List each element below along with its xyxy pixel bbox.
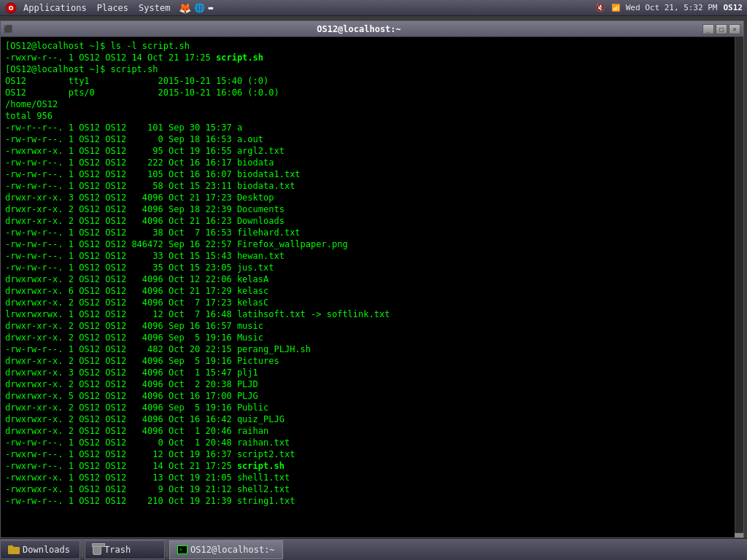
os-label: OS12 (724, 3, 743, 12)
terminal-line: -rw-rw-r--. 1 OS12 OS12 38 Oct 7 16:53 f… (5, 227, 739, 238)
terminal-line: -rwxrwxr-x. 1 OS12 OS12 9 Oct 19 21:12 s… (5, 483, 739, 495)
maximize-button[interactable]: □ (716, 24, 727, 34)
scrollbar[interactable] (735, 37, 743, 537)
terminal-line: -rw-rw-r--. 1 OS12 OS12 846472 Sep 16 22… (5, 238, 739, 250)
taskbar: Downloads Trash >_ OS12@localhost:~ (0, 538, 747, 560)
minimize-button[interactable]: _ (703, 24, 714, 34)
terminal-line: -rw-rw-r--. 1 OS12 OS12 482 Oct 20 22:15… (5, 343, 739, 355)
terminal-line: -rwxrw-r--. 1 OS12 OS12 14 Oct 21 17:25 … (5, 52, 739, 63)
terminal-titlebar: ⬛ OS12@localhost:~ _ □ ✕ (1, 21, 743, 37)
menu-places[interactable]: Places (93, 3, 133, 13)
svg-point-2 (10, 7, 12, 9)
terminal-line: -rwxrwxr-x. 1 OS12 OS12 13 Oct 19 21:05 … (5, 472, 739, 483)
terminal-line: lrwxrwxrwx. 1 OS12 OS12 12 Oct 7 16:48 l… (5, 308, 739, 320)
taskbar-downloads[interactable]: Downloads (0, 540, 80, 559)
terminal-line: drwxrwxr-x. 2 OS12 OS12 4096 Oct 16 16:4… (5, 413, 739, 425)
terminal-line: -rwxrw-r--. 1 OS12 OS12 14 Oct 21 17:25 … (5, 460, 739, 472)
terminal-line: drwxrwxr-x. 2 OS12 OS12 4096 Oct 2 20:38… (5, 378, 739, 390)
folder-icon (8, 545, 20, 554)
firefox-icon[interactable]: 🦊 (179, 2, 191, 14)
terminal-line: -rw-rw-r--. 1 OS12 OS12 222 Oct 16 16:17… (5, 157, 739, 168)
terminal-line: [OS12@localhost ~]$ script.sh (5, 63, 739, 75)
terminal-line: drwxrwxr-x. 2 OS12 OS12 4096 Oct 1 20:46… (5, 425, 739, 437)
taskbar-terminal-label: OS12@localhost:~ (190, 545, 275, 555)
distro-icon[interactable] (4, 1, 18, 15)
terminal-line: -rw-rw-r--. 1 OS12 OS12 105 Oct 16 16:07… (5, 168, 739, 180)
terminal-line: -rw-rw-r--. 1 OS12 OS12 0 Sep 18 16:53 a… (5, 133, 739, 145)
terminal-icon: >_ (177, 545, 187, 554)
window-controls: ⬛ (4, 25, 15, 33)
terminal-line: -rw-rw-r--. 1 OS12 OS12 0 Oct 1 20:48 ra… (5, 437, 739, 448)
top-bar-right: 🔇 📶 Wed Oct 21, 5:32 PM OS12 (595, 3, 743, 12)
terminal-line: -rw-rw-r--. 1 OS12 OS12 35 Oct 15 23:05 … (5, 262, 739, 273)
terminal-line: drwxrwxr-x. 2 OS12 OS12 4096 Oct 12 22:0… (5, 273, 739, 285)
terminal-content[interactable]: [OS12@localhost ~]$ ls -l script.sh-rwxr… (1, 37, 743, 537)
trash-icon (93, 545, 101, 555)
terminal-line: drwxrwxr-x. 5 OS12 OS12 4096 Oct 16 17:0… (5, 390, 739, 402)
scrollbar-thumb[interactable] (735, 533, 743, 537)
terminal-line: OS12 pts/0 2015-10-21 16:06 (:0.0) (5, 87, 739, 98)
taskbar-terminal[interactable]: >_ OS12@localhost:~ (169, 540, 283, 559)
terminal-line: total 956 (5, 110, 739, 122)
terminal-line: drwxr-xr-x. 2 OS12 OS12 4096 Sep 5 19:16… (5, 332, 739, 343)
close-button[interactable]: ✕ (729, 24, 740, 34)
terminal-line: -rw-r--r--. 1 OS12 OS12 101 Sep 30 15:37… (5, 122, 739, 133)
terminal-lines: [OS12@localhost ~]$ ls -l script.sh-rwxr… (5, 40, 739, 507)
terminal-line: -rwxrw-r--. 1 OS12 OS12 12 Oct 19 16:37 … (5, 448, 739, 460)
console-icon[interactable]: ▬ (208, 3, 213, 12)
terminal-line: drwxr-xr-x. 3 OS12 OS12 4096 Oct 21 17:2… (5, 192, 739, 203)
terminal-line: drwxrwxr-x. 3 OS12 OS12 4096 Oct 1 15:47… (5, 367, 739, 378)
terminal-line: -rwxrwxr-x. 1 OS12 OS12 95 Oct 19 16:55 … (5, 145, 739, 157)
terminal-title-bar: OS12@localhost:~ (15, 24, 703, 34)
terminal-line: -rw-rw-r--. 1 OS12 OS12 33 Oct 15 15:43 … (5, 250, 739, 262)
network-icon2: 📶 (611, 4, 620, 12)
terminal-line: drwxrwxr-x. 6 OS12 OS12 4096 Oct 21 17:2… (5, 285, 739, 297)
terminal-line: drwxr-xr-x. 2 OS12 OS12 4096 Sep 5 19:16… (5, 355, 739, 367)
terminal-window: ⬛ OS12@localhost:~ _ □ ✕ [OS12@localhost… (0, 20, 744, 538)
network-icon: 🔇 (595, 3, 605, 12)
terminal-title-icon: ⬛ (4, 25, 12, 33)
taskbar-downloads-label: Downloads (23, 545, 70, 555)
taskbar-sep-1 (82, 542, 83, 557)
terminal-line: drwxr-xr-x. 2 OS12 OS12 4096 Sep 16 16:5… (5, 320, 739, 332)
terminal-line: drwxr-xr-x. 2 OS12 OS12 4096 Oct 21 16:2… (5, 215, 739, 227)
menu-applications[interactable]: Applications (19, 3, 91, 13)
terminal-line: OS12 tty1 2015-10-21 15:40 (:0) (5, 75, 739, 87)
datetime-display: Wed Oct 21, 5:32 PM (626, 3, 718, 12)
terminal-line: -rw-rw-r--. 1 OS12 OS12 210 Oct 19 21:39… (5, 495, 739, 507)
terminal-line: drwxr-xr-x. 2 OS12 OS12 4096 Sep 5 19:16… (5, 402, 739, 413)
terminal-line: [OS12@localhost ~]$ ls -l script.sh (5, 40, 739, 52)
taskbar-sep-2 (166, 542, 168, 557)
top-bar-left: Applications Places System 🦊 🌐 ▬ (4, 1, 213, 15)
terminal-line: -rw-rw-r--. 1 OS12 OS12 58 Oct 15 23:11 … (5, 180, 739, 192)
terminal-line: /home/OS12 (5, 98, 739, 110)
terminal-line: drwxrwxr-x. 2 OS12 OS12 4096 Oct 7 17:23… (5, 297, 739, 308)
taskbar-trash-label: Trash (104, 545, 131, 555)
menu-system[interactable]: System (134, 3, 174, 13)
terminal-line: drwxr-xr-x. 2 OS12 OS12 4096 Sep 18 22:3… (5, 203, 739, 215)
taskbar-trash[interactable]: Trash (85, 540, 165, 559)
window-action-buttons[interactable]: _ □ ✕ (703, 24, 740, 34)
top-bar: Applications Places System 🦊 🌐 ▬ 🔇 📶 Wed… (0, 0, 747, 16)
browser-icon[interactable]: 🌐 (194, 3, 205, 13)
